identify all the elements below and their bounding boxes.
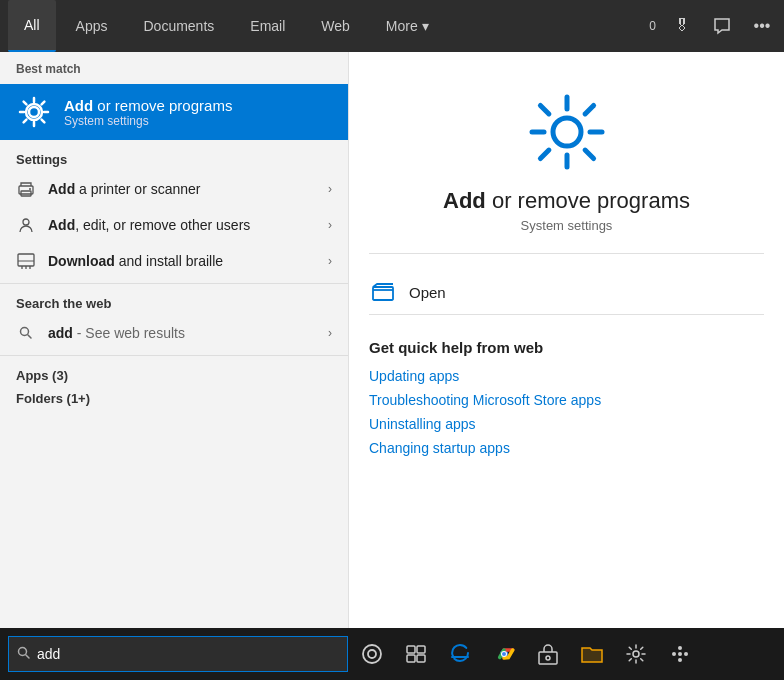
tab-more[interactable]: More ▾: [370, 0, 445, 52]
svg-rect-24: [417, 655, 425, 662]
list-item-braille[interactable]: Download and install braille ›: [0, 243, 348, 279]
svg-point-31: [678, 646, 682, 650]
taskbar: [0, 628, 784, 680]
svg-line-13: [540, 105, 549, 114]
apps-count-label: Apps (3): [0, 360, 348, 387]
best-match-text: Add or remove programs System settings: [64, 97, 232, 128]
open-action[interactable]: Open: [369, 270, 764, 314]
list-item-printer[interactable]: Add a printer or scanner ›: [0, 171, 348, 207]
svg-point-27: [502, 652, 506, 656]
search-bar-icon: [17, 646, 31, 663]
best-match-subtitle: System settings: [64, 114, 232, 128]
svg-rect-21: [407, 646, 415, 653]
search-web-label: Search the web: [0, 288, 348, 315]
help-link-4[interactable]: Changing startup apps: [369, 436, 764, 460]
list-item-printer-arrow: ›: [328, 182, 332, 196]
list-item-braille-arrow: ›: [328, 254, 332, 268]
tab-apps[interactable]: Apps: [60, 0, 124, 52]
best-match-title: Add or remove programs: [64, 97, 232, 114]
best-match-label: Best match: [0, 52, 348, 80]
svg-rect-28: [539, 652, 557, 664]
section-divider-2: [0, 355, 348, 356]
section-divider-1: [0, 283, 348, 284]
svg-point-5: [23, 219, 29, 225]
search-input[interactable]: [37, 646, 339, 662]
svg-point-33: [684, 652, 688, 656]
svg-line-14: [585, 150, 594, 159]
more-options-icon[interactable]: •••: [748, 12, 776, 40]
users-icon: [16, 215, 36, 235]
feedback-icon[interactable]: [708, 12, 736, 40]
open-label: Open: [409, 284, 446, 301]
tab-web[interactable]: Web: [305, 0, 366, 52]
svg-point-30: [633, 651, 639, 657]
help-link-3[interactable]: Uninstalling apps: [369, 412, 764, 436]
medal-icon[interactable]: 🎖: [668, 12, 696, 40]
web-search-icon: [16, 323, 36, 343]
braille-icon: [16, 251, 36, 271]
taskbar-file-explorer[interactable]: [572, 634, 612, 674]
taskbar-store[interactable]: [528, 634, 568, 674]
svg-rect-17: [373, 287, 393, 300]
main-area: Best match Add or remove programs System…: [0, 52, 784, 680]
svg-point-32: [672, 652, 676, 656]
svg-point-34: [678, 658, 682, 662]
svg-point-8: [553, 118, 581, 146]
svg-point-20: [368, 650, 376, 658]
right-panel: Add or remove programs System settings O…: [348, 52, 784, 680]
web-search-text: add - See web results: [48, 325, 316, 341]
svg-rect-23: [407, 655, 415, 662]
svg-line-16: [585, 105, 594, 114]
best-match-item[interactable]: Add or remove programs System settings: [0, 84, 348, 140]
help-link-2[interactable]: Troubleshooting Microsoft Store apps: [369, 388, 764, 412]
svg-point-18: [19, 647, 27, 655]
tab-documents[interactable]: Documents: [127, 0, 230, 52]
web-search-arrow: ›: [328, 326, 332, 340]
web-search-item[interactable]: add - See web results ›: [0, 315, 348, 351]
app-subtitle-large: System settings: [521, 218, 613, 233]
quick-help-title: Get quick help from web: [369, 339, 764, 356]
svg-line-15: [540, 150, 549, 159]
taskbar-settings[interactable]: [616, 634, 656, 674]
svg-rect-6: [18, 254, 34, 266]
svg-point-7: [21, 328, 29, 336]
taskbar-chrome[interactable]: [484, 634, 524, 674]
divider-hr: [369, 253, 764, 254]
taskbar-cortana[interactable]: [352, 634, 392, 674]
svg-rect-22: [417, 646, 425, 653]
open-icon: [369, 278, 397, 306]
svg-point-35: [678, 652, 682, 656]
list-item-users-text: Add, edit, or remove other users: [48, 217, 316, 233]
tab-email[interactable]: Email: [234, 0, 301, 52]
search-bar[interactable]: [8, 636, 348, 672]
list-item-braille-text: Download and install braille: [48, 253, 316, 269]
app-title-large: Add or remove programs: [443, 188, 690, 214]
taskbar-task-view[interactable]: [396, 634, 436, 674]
divider-hr-2: [369, 314, 764, 315]
folders-count-label: Folders (1+): [0, 387, 348, 414]
tab-all[interactable]: All: [8, 0, 56, 52]
svg-point-0: [29, 107, 39, 117]
svg-point-29: [546, 656, 550, 660]
app-large-icon: [527, 92, 607, 172]
best-match-icon: [16, 94, 52, 130]
svg-point-4: [29, 188, 31, 190]
list-item-users-arrow: ›: [328, 218, 332, 232]
top-navigation: All Apps Documents Email Web More ▾ 0 🎖 …: [0, 0, 784, 52]
nav-badge: 0: [649, 19, 656, 33]
svg-point-19: [363, 645, 381, 663]
printer-icon: [16, 179, 36, 199]
nav-right-icons: 0 🎖 •••: [649, 12, 776, 40]
list-item-users[interactable]: Add, edit, or remove other users ›: [0, 207, 348, 243]
left-panel: Best match Add or remove programs System…: [0, 52, 348, 680]
help-link-1[interactable]: Updating apps: [369, 364, 764, 388]
settings-label: Settings: [0, 144, 348, 171]
taskbar-app-launcher[interactable]: [660, 634, 700, 674]
list-item-printer-text: Add a printer or scanner: [48, 181, 316, 197]
taskbar-edge[interactable]: [440, 634, 480, 674]
